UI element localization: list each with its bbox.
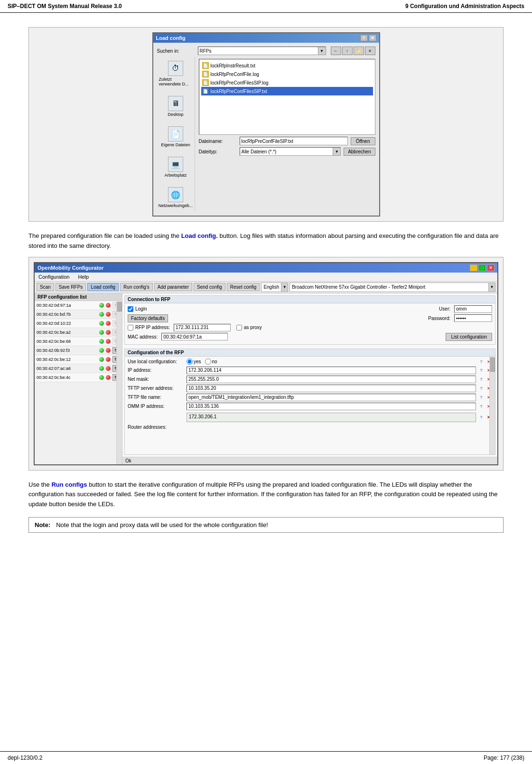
yes-label: yes <box>194 359 201 364</box>
tftp-server-help-icon[interactable]: ? <box>478 385 485 392</box>
login-checkbox[interactable] <box>128 306 133 312</box>
toolbar-back-btn[interactable]: ← <box>331 47 341 55</box>
language-arrow[interactable]: ▼ <box>281 283 288 292</box>
file-item-3[interactable]: 📄 lockRfpPreConfFilesSIP.log <box>201 78 373 87</box>
dialog-toolbar: ← ↑ 📁 ≡ <box>331 47 375 55</box>
rfp-led-green-7 <box>99 357 104 362</box>
toolbar-new-btn[interactable]: 📁 <box>354 47 364 55</box>
dialog-help-btn[interactable]: ? <box>360 35 368 41</box>
maximize-btn[interactable]: □ <box>478 264 486 271</box>
password-input[interactable] <box>454 314 492 322</box>
rfp-mac-9: 00:30:42:0c:be:4c <box>37 375 97 380</box>
file-icon-4: 📄 <box>202 88 209 94</box>
run-configs-button[interactable]: Run config's <box>120 283 153 291</box>
sidebar-icons: ⏱ Zuletzt verwendete D... 🖥 Desktop 📄 Ei… <box>157 57 195 212</box>
send-config-button[interactable]: Send config <box>194 283 225 291</box>
recently-item[interactable]: ⏱ Zuletzt verwendete D... <box>159 61 193 86</box>
ip-input[interactable] <box>187 367 476 374</box>
rfp-item-9[interactable]: 00:30:42:0c:be:4c ↻ <box>35 373 122 382</box>
page-footer: depl-1230/0.2 Page: 177 (238) <box>0 751 532 764</box>
factory-defaults-button[interactable]: Factory defaults <box>128 314 168 322</box>
netmask-row: Net mask: ? ✕ <box>128 376 492 383</box>
nic-select[interactable]: Broadcom NetXtreme 57xx Gigabit Controll… <box>289 283 495 292</box>
no-radio[interactable] <box>205 358 211 365</box>
workstation-item[interactable]: 💻 Arbeitsplatz <box>159 157 193 178</box>
rfp-list: 00:30:42:0d:97:1a ↻ 00:30:42:0c:bd:7b ↻ <box>35 301 122 464</box>
netmask-help-icon[interactable]: ? <box>478 376 485 383</box>
rfp-item-2[interactable]: 00:30:42:0c:bd:7b ↻ <box>35 310 122 319</box>
omm-ip2-help-icon[interactable]: ? <box>478 414 485 421</box>
dialog-titlebar-buttons: ? ✕ <box>360 35 376 41</box>
ip-help-icon[interactable]: ? <box>478 367 485 374</box>
tftp-filename-help-icon[interactable]: ? <box>478 394 485 401</box>
toolbar-view-btn[interactable]: ≡ <box>365 47 375 55</box>
scan-button[interactable]: Scan <box>37 283 54 291</box>
search-label: Suchen in: <box>157 48 195 54</box>
rfp-scrollbar-thumb[interactable] <box>117 302 122 311</box>
rfp-config-inner: Use local configuration: yes no <box>125 357 495 454</box>
desktop-item[interactable]: 🖥 Desktop <box>159 96 193 117</box>
rfp-scrollbar[interactable] <box>116 301 122 464</box>
file-item-1[interactable]: 📄 lockRfpInstrResult.txt <box>201 61 373 70</box>
rfp-item-6[interactable]: 00:30:42:0b:92:f3 ↻ <box>35 346 122 355</box>
dialog-close-btn[interactable]: ✕ <box>369 35 376 41</box>
file-item-4[interactable]: 📄 lockRfpPreConfFilesSIP.txt <box>201 87 373 95</box>
user-input[interactable] <box>454 305 492 313</box>
minimize-btn[interactable]: _ <box>470 264 477 271</box>
body-text-2b: button to start the iterative configurat… <box>28 481 497 508</box>
load-config-button[interactable]: Load config <box>87 283 119 291</box>
omconf-window: OpenMobility Configurator _ □ ✕ Configur… <box>34 262 498 465</box>
login-row: Login User: <box>128 305 492 313</box>
ip-label: IP address: <box>128 368 185 373</box>
mydocs-item[interactable]: 📄 Eigene Dateien <box>159 126 193 147</box>
filename-input[interactable] <box>240 137 348 145</box>
reset-config-button[interactable]: Reset config <box>227 283 260 291</box>
tftp-server-input[interactable] <box>187 385 476 392</box>
rfp-item-8[interactable]: 00:30:42:07:ac:a6 ↻ <box>35 364 122 373</box>
rfp-item-4[interactable]: 00:30:42:0c:be:a2 ↻ <box>35 328 122 337</box>
close-btn[interactable]: ✕ <box>487 264 495 271</box>
menu-configuration[interactable]: Configuration <box>37 274 71 280</box>
header-right: 9 Configuration und Administration Aspec… <box>405 3 524 9</box>
network-item[interactable]: 🌐 Netzwerkumgeb... <box>159 187 193 208</box>
omm-ip-input[interactable] <box>187 403 476 410</box>
file-item-2[interactable]: 📄 lockRfpPreConfFile.log <box>201 70 373 78</box>
add-parameter-button[interactable]: Add parameter <box>154 283 192 291</box>
menu-help[interactable]: Help <box>76 274 91 280</box>
save-rfps-button[interactable]: Save RFPs <box>56 283 86 291</box>
list-config-button[interactable]: List configuration <box>446 333 492 341</box>
language-select[interactable]: English ▼ <box>261 283 288 292</box>
filetype-dropdown[interactable]: Alle Dateien (*.*) ▼ <box>240 147 341 156</box>
tftp-filename-input[interactable] <box>187 394 476 401</box>
omconf-toolbar: Scan Save RFPs Load config Run config's … <box>35 282 497 293</box>
workstation-label: Arbeitsplatz <box>164 173 187 178</box>
filename-label: Dateiname: <box>199 139 237 144</box>
filetype-dropdown-arrow[interactable]: ▼ <box>333 148 340 155</box>
rfp-ip-input[interactable] <box>174 324 231 331</box>
rfp-item-1[interactable]: 00:30:42:0d:97:1a ↻ <box>35 301 122 310</box>
search-dropdown[interactable]: RFPs ▼ <box>198 47 326 55</box>
nic-arrow[interactable]: ▼ <box>488 283 495 292</box>
rfp-ip-checkbox[interactable] <box>128 325 133 330</box>
no-option[interactable]: no <box>205 358 217 365</box>
config-scrollbar-thumb[interactable] <box>490 358 495 372</box>
rfp-config-section: Configuration of the RFP Use local confi… <box>124 349 495 455</box>
yes-radio[interactable] <box>187 358 193 365</box>
mac-input[interactable] <box>161 333 228 340</box>
file-list[interactable]: 📄 lockRfpInstrResult.txt 📄 lockRfpPreCon… <box>199 59 375 135</box>
omm-ip-help-icon[interactable]: ? <box>478 403 485 410</box>
open-button[interactable]: Öffnen <box>351 137 375 145</box>
rfp-item-5[interactable]: 00:30:42:0c:be:68 ↻ <box>35 337 122 346</box>
cancel-button[interactable]: Abbrechen <box>344 148 375 156</box>
rfp-mac-1: 00:30:42:0d:97:1a <box>37 303 97 308</box>
rfp-item-7[interactable]: 00:30:42:0c:be:12 ↻ <box>35 355 122 364</box>
dialog-title: Load config <box>156 35 186 41</box>
use-local-help-icon[interactable]: ? <box>478 358 485 365</box>
rfp-item-3[interactable]: 00:30:42:0d:10:22 ↻ <box>35 319 122 328</box>
netmask-input[interactable] <box>187 376 476 383</box>
as-proxy-checkbox[interactable] <box>236 325 242 330</box>
yes-option[interactable]: yes <box>187 358 201 365</box>
toolbar-up-btn[interactable]: ↑ <box>342 47 353 55</box>
search-dropdown-arrow[interactable]: ▼ <box>318 47 326 55</box>
config-scrollbar[interactable] <box>489 357 495 454</box>
